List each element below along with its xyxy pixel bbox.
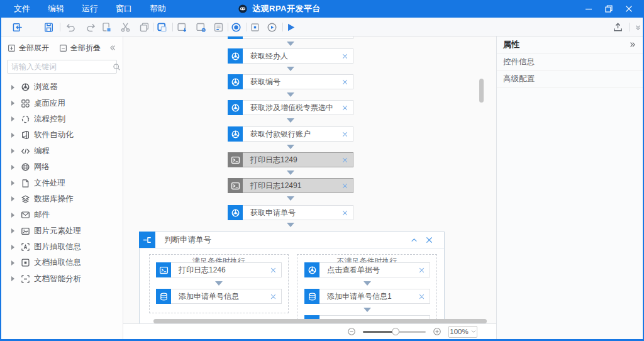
- zoom-slider-handle[interactable]: [392, 328, 399, 335]
- node-close-icon[interactable]: [336, 131, 353, 137]
- flow-node[interactable]: 获取涉及增值税专票选中: [228, 100, 353, 115]
- flow-node[interactable]: 获取申请单号: [228, 205, 353, 220]
- browser-icon: [304, 262, 319, 277]
- flow-node[interactable]: 获取经办人: [228, 48, 353, 64]
- browser-icon: [228, 74, 243, 89]
- sidebar-item-browser[interactable]: 浏览器: [1, 79, 123, 95]
- sidebar-item-desktop-apps[interactable]: 桌面应用: [1, 95, 123, 111]
- flow-node-disabled[interactable]: 打印日志12491: [228, 178, 353, 193]
- sidebar-item-image-extract[interactable]: 图片抽取信息: [1, 239, 123, 255]
- cut-icon[interactable]: [119, 21, 131, 33]
- flow-node[interactable]: 点击查看单据号: [304, 262, 430, 277]
- menu-edit[interactable]: 编辑: [39, 0, 73, 18]
- record-icon[interactable]: [230, 21, 242, 33]
- expand-all-button[interactable]: 全部展开: [8, 43, 49, 53]
- caret-right-icon: [11, 148, 14, 154]
- node-close-icon[interactable]: [413, 267, 430, 273]
- zoom-level-select[interactable]: 100%: [448, 326, 477, 338]
- close-button[interactable]: [619, 0, 639, 18]
- search-input[interactable]: [8, 62, 113, 71]
- sidebar-item-database-ops[interactable]: 数据库操作: [1, 191, 123, 207]
- collapse-sidebar-icon[interactable]: [109, 44, 116, 52]
- app-window: 文件 编辑 运行 窗口 帮助 达观RPA开发平台: [0, 0, 644, 341]
- duplicate-icon[interactable]: [138, 21, 150, 33]
- node-close-icon[interactable]: [336, 105, 353, 111]
- image-config-icon[interactable]: [195, 21, 206, 33]
- collapse-node-icon[interactable]: [406, 237, 421, 243]
- menu-file[interactable]: 文件: [0, 0, 39, 18]
- expand-panel-icon[interactable]: [629, 41, 636, 48]
- collapse-all-icon: [59, 44, 67, 52]
- browser-icon: [228, 100, 243, 115]
- sidebar-item-network[interactable]: 网络: [1, 159, 123, 175]
- run-icon[interactable]: [285, 21, 296, 33]
- toolbar-separator: [629, 23, 630, 31]
- menu-help[interactable]: 帮助: [141, 0, 175, 18]
- desktop-apps-icon: [21, 99, 30, 108]
- zoom-slider-fill: [363, 331, 396, 333]
- flow-node[interactable]: 添加申请单号信息: [156, 289, 282, 304]
- zoom-out-icon[interactable]: [347, 327, 356, 336]
- copy-icon[interactable]: [101, 21, 112, 33]
- node-close-icon[interactable]: [413, 294, 430, 299]
- caret-right-icon: [11, 245, 14, 250]
- toolbar-separator: [228, 23, 228, 31]
- network-icon: [21, 162, 30, 172]
- flow-node[interactable]: 打印日志1246: [156, 262, 282, 277]
- flow-node[interactable]: 获取编号: [228, 74, 353, 89]
- publish-icon[interactable]: [612, 21, 623, 33]
- sidebar-item-doc-extract[interactable]: 文档抽取信息: [1, 255, 123, 271]
- flow-canvas[interactable]: 获取经办人 获取编号 获取涉及增值税专票选中 获取付款银行账户: [123, 36, 496, 339]
- node-close-icon[interactable]: [421, 237, 436, 243]
- flow-arrow-icon: [287, 67, 294, 71]
- search-icon[interactable]: [113, 63, 121, 71]
- zoom-slider[interactable]: [363, 331, 426, 333]
- flow-node-disabled[interactable]: 打印日志1249: [228, 152, 353, 167]
- menu-run[interactable]: 运行: [73, 0, 107, 18]
- debug-run-icon[interactable]: [266, 21, 277, 33]
- software-automation-icon: [21, 130, 30, 140]
- flow-node[interactable]: 添加申请单号信息1: [304, 289, 430, 304]
- undo-icon[interactable]: [65, 21, 76, 33]
- toolbar-separator: [282, 23, 283, 31]
- back-to-project-icon[interactable]: [11, 21, 23, 33]
- element-picker-icon[interactable]: [249, 21, 260, 33]
- restore-button[interactable]: [599, 0, 619, 18]
- flow-node-partial[interactable]: [228, 36, 353, 39]
- node-close-icon[interactable]: [336, 53, 353, 59]
- node-close-icon[interactable]: [336, 183, 353, 189]
- minimize-button[interactable]: [579, 0, 599, 18]
- zoom-in-icon[interactable]: [433, 327, 441, 336]
- node-close-icon[interactable]: [336, 79, 353, 85]
- canvas-horizontal-scrollbar[interactable]: [153, 319, 487, 323]
- image-export-icon[interactable]: [176, 21, 187, 33]
- browser-icon: [228, 205, 243, 220]
- panel-section-control-info[interactable]: 控件信息: [497, 53, 643, 70]
- canvas-vertical-scrollbar[interactable]: [479, 79, 484, 103]
- node-close-icon[interactable]: [336, 210, 353, 216]
- toolbar-separator: [60, 23, 60, 31]
- menu-window[interactable]: 窗口: [107, 0, 141, 18]
- redo-icon[interactable]: [85, 21, 96, 33]
- node-close-icon[interactable]: [265, 294, 281, 299]
- panel-section-advanced-config[interactable]: 高级配置: [497, 70, 643, 87]
- sidebar-item-image-processing[interactable]: 图片元素处理: [1, 223, 123, 239]
- node-close-icon[interactable]: [265, 267, 281, 273]
- sidebar-item-flow-control[interactable]: 流程控制: [1, 111, 123, 127]
- database-ops-icon: [21, 194, 30, 204]
- doc-analysis-icon: [21, 274, 30, 284]
- node-close-icon[interactable]: [336, 157, 353, 163]
- form-config-icon[interactable]: [213, 21, 224, 33]
- sidebar-item-programming[interactable]: 编程: [1, 143, 123, 159]
- save-icon[interactable]: [43, 21, 54, 33]
- sidebar-item-doc-analysis[interactable]: 文档智能分析: [1, 271, 123, 287]
- flow-control-icon: [21, 115, 30, 124]
- collapse-toolbar-icon[interactable]: [632, 21, 643, 33]
- sidebar-item-software-automation[interactable]: 软件自动化: [1, 127, 123, 143]
- collapse-all-button[interactable]: 全部折叠: [59, 43, 101, 53]
- sidebar-item-file-processing[interactable]: 文件处理: [1, 175, 123, 191]
- sidebar-item-mail[interactable]: 邮件: [1, 207, 123, 223]
- box-select-icon[interactable]: [156, 21, 167, 33]
- flow-node[interactable]: 获取付款银行账户: [228, 126, 353, 142]
- panel-section-properties[interactable]: 属性: [497, 36, 643, 53]
